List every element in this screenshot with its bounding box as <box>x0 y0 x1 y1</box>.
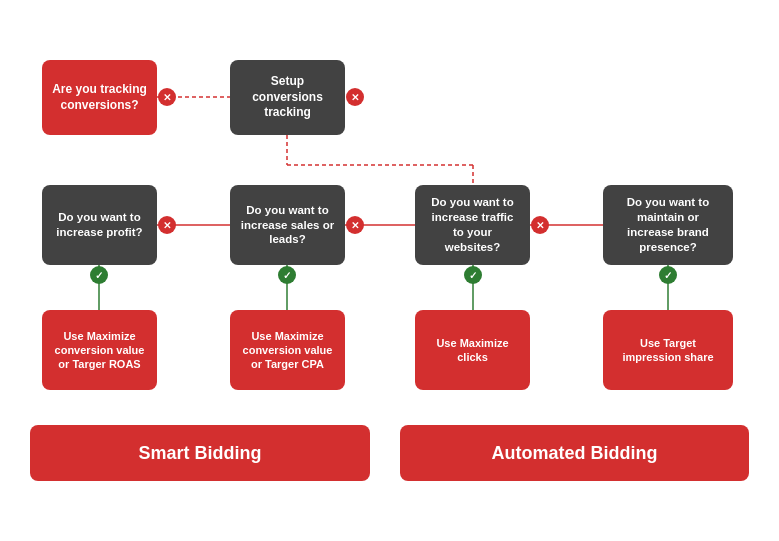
box-max-clicks: Use Maximize clicks <box>415 310 530 390</box>
box-target-impression: Use Target impression share <box>603 310 733 390</box>
box-increase-traffic: Do you want to increase traffic to your … <box>415 185 530 265</box>
diagram: Are you tracking conversions? ✕ Setup co… <box>0 0 779 541</box>
connector-check-4: ✓ <box>659 266 677 284</box>
box-max-conv-cpa: Use Maximize conversion value or Targer … <box>230 310 345 390</box>
connector-x-3: ✕ <box>158 216 176 234</box>
box-increase-profit: Do you want to increase profit? <box>42 185 157 265</box>
box-setup-conversions: Setup conversions tracking <box>230 60 345 135</box>
connector-x-4: ✕ <box>346 216 364 234</box>
label-automated-bidding: Automated Bidding <box>400 425 749 481</box>
box-increase-sales: Do you want to increase sales or leads? <box>230 185 345 265</box>
connector-x-5: ✕ <box>531 216 549 234</box>
connector-x-1: ✕ <box>158 88 176 106</box>
label-smart-bidding: Smart Bidding <box>30 425 370 481</box>
connector-x-2: ✕ <box>346 88 364 106</box>
box-tracking-conversions: Are you tracking conversions? <box>42 60 157 135</box>
connector-check-2: ✓ <box>278 266 296 284</box>
box-brand-presence: Do you want to maintain or increase bran… <box>603 185 733 265</box>
connector-check-3: ✓ <box>464 266 482 284</box>
connector-check-1: ✓ <box>90 266 108 284</box>
box-max-conv-roas: Use Maximize conversion value or Targer … <box>42 310 157 390</box>
